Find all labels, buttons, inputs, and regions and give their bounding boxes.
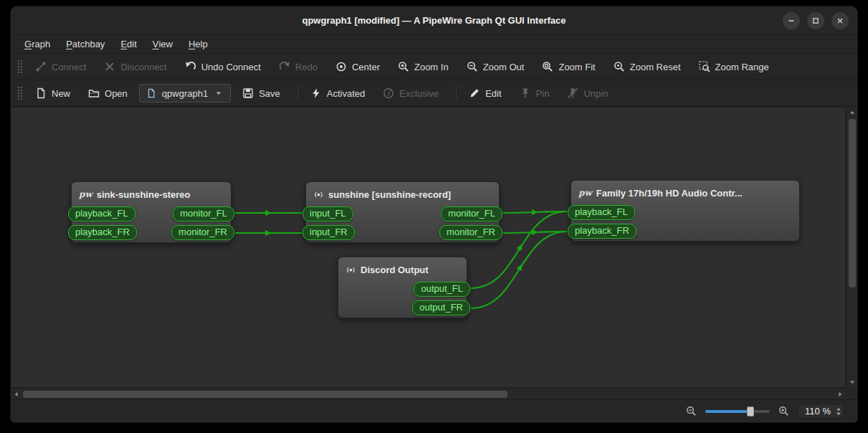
stream-icon <box>313 189 324 200</box>
zoom-slider[interactable] <box>705 405 770 418</box>
port-output_FL[interactable]: output_FL <box>414 282 470 297</box>
node-discord-output[interactable]: Discord Output output_FL output_FR <box>338 257 467 318</box>
graph-canvas[interactable]: pw sink-sunshine-stereo playback_FL moni… <box>11 107 846 388</box>
window-title: qpwgraph1 [modified] — A PipeWire Graph … <box>302 15 566 26</box>
zoom-spin-up-button[interactable] <box>836 407 841 411</box>
port-output_FR[interactable]: output_FR <box>412 300 470 315</box>
menu-graph[interactable]: Graph <box>16 35 58 53</box>
port-monitor_FR[interactable]: monitor_FR <box>439 225 502 240</box>
menu-view[interactable]: View <box>145 35 181 53</box>
port-monitor_FL[interactable]: monitor_FL <box>441 206 502 222</box>
zoom-out-icon <box>467 61 478 72</box>
port-row: output_FL <box>335 280 470 298</box>
pin-label: Pin <box>536 88 550 99</box>
horizontal-scrollbar-handle[interactable] <box>23 391 507 398</box>
zoom-slider-handle[interactable] <box>747 406 754 417</box>
toolbar-drag-handle[interactable] <box>16 59 23 75</box>
redo-button[interactable]: Redo <box>272 57 324 76</box>
vertical-scrollbar-handle[interactable] <box>849 119 856 287</box>
node-sink-sunshine-stereo[interactable]: pw sink-sunshine-stereo playback_FL moni… <box>71 181 232 243</box>
port-input_FR[interactable]: input_FR <box>302 225 355 240</box>
exclusive-icon: f <box>383 87 394 99</box>
titlebar[interactable]: qpwgraph1 [modified] — A PipeWire Graph … <box>11 6 857 35</box>
toolbar-drag-handle[interactable] <box>16 85 23 101</box>
port-row: input_FR monitor_FR <box>302 224 502 241</box>
exclusive-label: Exclusive <box>399 88 439 99</box>
activated-bolt-icon <box>310 87 322 99</box>
port-playback_FR[interactable]: playback_FR <box>68 225 137 240</box>
zoom-fit-icon <box>542 61 553 72</box>
node-header: pw Family 17h/19h HD Audio Contr... <box>571 181 799 202</box>
unpin-label: Unpin <box>583 88 608 99</box>
menu-edit[interactable]: Edit <box>113 35 144 53</box>
node-title: sink-sunshine-stereo <box>97 189 191 200</box>
pipewire-icon: pw <box>79 189 92 199</box>
new-file-icon <box>35 87 47 99</box>
zoom-fit-button[interactable]: Zoom Fit <box>535 57 601 76</box>
graph-toolbar: Connect Disconnect Undo Connect Redo Cen <box>11 54 857 80</box>
scroll-up-icon[interactable] <box>846 107 858 118</box>
vertical-scrollbar[interactable] <box>846 107 857 388</box>
port-playback_FL[interactable]: playback_FL <box>68 206 135 222</box>
zoom-in-icon[interactable] <box>778 406 789 417</box>
patchbay-file-combo[interactable]: qpwgraph1 <box>139 84 231 103</box>
connection-line <box>471 232 567 308</box>
zoom-spinbox[interactable]: 110 % <box>798 404 844 419</box>
port-playback_FL[interactable]: playback_FL <box>568 205 635 220</box>
open-label: Open <box>105 88 128 99</box>
activated-button[interactable]: Activated <box>304 84 371 103</box>
port-row: input_FL monitor_FL <box>302 205 502 222</box>
scroll-down-icon[interactable] <box>846 376 858 388</box>
connect-button[interactable]: Connect <box>29 57 92 76</box>
save-icon <box>242 87 254 99</box>
chevron-down-icon <box>213 87 224 99</box>
zoom-range-button[interactable]: Zoom Range <box>692 57 776 76</box>
zoom-spin-down-button[interactable] <box>836 412 841 416</box>
window-controls <box>783 6 849 34</box>
new-button[interactable]: New <box>29 84 77 103</box>
hscroll-row <box>11 388 857 399</box>
zoom-in-button[interactable]: Zoom In <box>391 57 455 76</box>
save-button[interactable]: Save <box>236 84 287 103</box>
edit-button[interactable]: Edit <box>462 84 507 103</box>
scroll-left-icon[interactable] <box>11 389 22 400</box>
disconnect-icon <box>104 61 115 72</box>
minimize-icon <box>786 16 796 26</box>
node-family-audio-controller[interactable]: pw Family 17h/19h HD Audio Contr... play… <box>571 180 800 242</box>
disconnect-button[interactable]: Disconnect <box>97 57 173 76</box>
zoom-reset-icon <box>614 61 625 72</box>
scrollbar-corner <box>846 388 857 399</box>
zoom-reset-button[interactable]: Zoom Reset <box>607 57 687 76</box>
zoom-out-icon[interactable] <box>686 406 697 417</box>
connect-icon <box>35 61 47 72</box>
port-input_FL[interactable]: input_FL <box>302 206 353 222</box>
menu-patchbay[interactable]: Patchbay <box>58 35 113 53</box>
pin-button[interactable]: Pin <box>513 84 556 103</box>
zoom-value: 110 % <box>805 406 831 417</box>
node-sunshine[interactable]: sunshine [sunshine-record] input_FL moni… <box>305 181 500 243</box>
scroll-right-icon[interactable] <box>834 389 846 400</box>
exclusive-button[interactable]: f Exclusive <box>376 84 445 103</box>
maximize-button[interactable] <box>807 12 824 29</box>
connect-label: Connect <box>52 62 86 72</box>
node-title: Family 17h/19h HD Audio Contr... <box>596 188 743 199</box>
horizontal-scrollbar[interactable] <box>11 388 846 399</box>
connection-arrow-icon <box>265 210 272 216</box>
zoom-range-label: Zoom Range <box>715 62 769 72</box>
port-monitor_FL[interactable]: monitor_FL <box>173 206 234 222</box>
port-playback_FR[interactable]: playback_FR <box>568 224 636 239</box>
maximize-icon <box>811 16 821 26</box>
zoom-out-button[interactable]: Zoom Out <box>460 57 531 76</box>
open-folder-icon <box>88 87 100 99</box>
menu-help[interactable]: Help <box>181 35 216 53</box>
close-icon <box>835 16 845 26</box>
center-button[interactable]: Center <box>329 57 386 76</box>
node-title: sunshine [sunshine-record] <box>328 189 451 200</box>
port-monitor_FR[interactable]: monitor_FR <box>171 225 234 240</box>
open-button[interactable]: Open <box>82 84 134 103</box>
unpin-button[interactable]: Unpin <box>561 84 614 103</box>
undo-connect-button[interactable]: Undo Connect <box>178 57 267 76</box>
minimize-button[interactable] <box>783 12 800 29</box>
zoom-in-label: Zoom In <box>414 62 449 72</box>
close-button[interactable] <box>831 12 849 29</box>
